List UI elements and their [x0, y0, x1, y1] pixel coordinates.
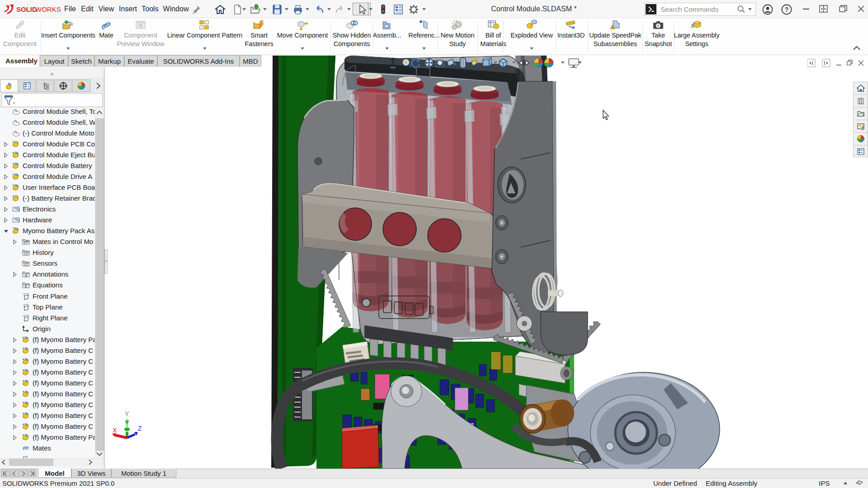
svg-text:A: A — [476, 63, 480, 68]
svg-text:?: ? — [785, 6, 789, 13]
svg-text:SOLID: SOLID — [16, 5, 37, 13]
svg-text:Y: Y — [125, 410, 129, 418]
svg-text:!: ! — [612, 25, 613, 29]
svg-text:X: X — [113, 427, 117, 434]
svg-text:Σ: Σ — [25, 284, 27, 289]
svg-text:A: A — [24, 273, 27, 278]
svg-text:WORKS: WORKS — [35, 5, 61, 13]
svg-text:Z: Z — [138, 425, 142, 432]
